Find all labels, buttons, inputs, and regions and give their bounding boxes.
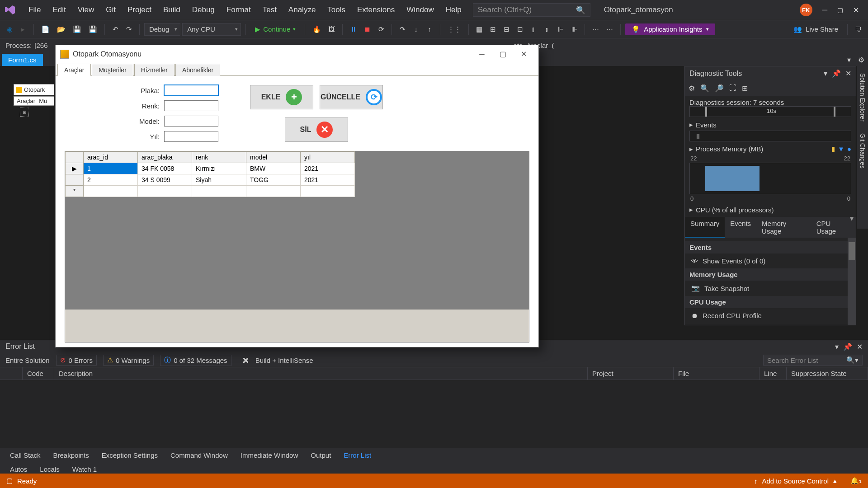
nav-back-icon[interactable]: ◉ xyxy=(4,23,15,36)
pause-icon[interactable]: ⏸ xyxy=(347,23,359,36)
app-titlebar[interactable]: Otopark Otomasyonu ─ ▢ ✕ xyxy=(56,45,538,63)
col-line[interactable]: Line xyxy=(760,367,787,380)
diag-filter-icon[interactable]: ⊞ xyxy=(742,84,748,93)
warnings-filter[interactable]: ⚠0 Warnings xyxy=(103,355,154,366)
menu-debug[interactable]: Debug xyxy=(186,5,221,14)
btab-exception[interactable]: Exception Settings xyxy=(96,450,163,460)
btab-immediate[interactable]: Immediate Window xyxy=(235,450,304,460)
grid-icon[interactable]: ▦ xyxy=(473,23,485,36)
solution-explorer-tab[interactable]: Solution Explorer xyxy=(858,70,867,124)
app-maximize-icon[interactable]: ▢ xyxy=(492,47,513,61)
btab-callstack[interactable]: Call Stack xyxy=(5,450,46,460)
feedback-icon[interactable]: 🗨 xyxy=(852,23,864,36)
doc-tab-form1[interactable]: Form1.cs xyxy=(2,54,43,66)
diag-reset-icon[interactable]: ⛶ xyxy=(729,84,736,92)
continue-button[interactable]: ▶ Continue ▾ xyxy=(250,25,300,33)
stop-icon[interactable]: ⏹ xyxy=(361,23,373,36)
btab-autos[interactable]: Autos xyxy=(5,464,33,474)
tab-hizmetler[interactable]: Hizmetler xyxy=(134,64,175,76)
col-file[interactable]: File xyxy=(674,367,760,380)
menu-edit[interactable]: Edit xyxy=(47,5,71,14)
row-selector-icon[interactable]: ▶ xyxy=(66,163,84,174)
guncelle-button[interactable]: GÜNCELLE ⟳ xyxy=(320,85,383,109)
diag-close-icon[interactable]: ✕ xyxy=(845,69,851,78)
menu-analyze[interactable]: Analyze xyxy=(283,5,321,14)
step-into-icon[interactable]: ↓ xyxy=(410,23,422,36)
align2-icon[interactable]: ⊞ xyxy=(487,23,499,36)
tab-order-icon[interactable]: ⋯ xyxy=(590,23,602,36)
menu-git[interactable]: Git xyxy=(100,5,122,14)
quick-search[interactable]: Search (Ctrl+Q) 🔍 xyxy=(473,3,590,17)
take-snapshot-link[interactable]: 📷Take Snapshot xyxy=(689,282,851,295)
menu-tools[interactable]: Tools xyxy=(321,5,351,14)
browser-icon[interactable]: 🖼 xyxy=(326,23,338,36)
col-blank[interactable] xyxy=(0,367,23,380)
chevron-down-icon[interactable]: ▸ xyxy=(689,145,693,153)
config-combo[interactable]: Debug xyxy=(144,23,180,36)
menu-build[interactable]: Build xyxy=(157,5,186,14)
col-model[interactable]: model xyxy=(246,152,301,163)
errlist-close-icon[interactable]: ✕ xyxy=(857,343,863,351)
app-minimize-icon[interactable]: ─ xyxy=(472,47,492,61)
platform-combo[interactable]: Any CPU xyxy=(182,23,241,36)
plaka-input[interactable] xyxy=(164,85,218,96)
user-avatar[interactable]: FK xyxy=(800,4,812,16)
diag-scrollbar[interactable] xyxy=(848,238,856,325)
menu-test[interactable]: Test xyxy=(257,5,283,14)
git-changes-tab[interactable]: Git Changes xyxy=(858,131,867,171)
more-icon[interactable]: ⋯ xyxy=(604,23,616,36)
errlist-pin-icon[interactable]: 📌 xyxy=(843,343,852,351)
new-row[interactable]: * xyxy=(66,186,355,197)
btab-breakpoints[interactable]: Breakpoints xyxy=(48,450,94,460)
errlist-dropdown-icon[interactable]: ▾ xyxy=(835,343,839,351)
diag-gear-icon[interactable]: ⚙ xyxy=(689,84,695,93)
app-insights-button[interactable]: 💡 Application Insights ▾ xyxy=(625,23,715,35)
tab-musteriler[interactable]: Müşteriler xyxy=(92,64,133,76)
col-project[interactable]: Project xyxy=(588,367,674,380)
align8-icon[interactable]: ⊪ xyxy=(568,23,580,36)
align3-icon[interactable]: ⊟ xyxy=(500,23,512,36)
scroll-down-icon[interactable]: ▾ xyxy=(848,214,856,222)
sil-button[interactable]: SİL ✕ xyxy=(285,117,348,142)
align4-icon[interactable]: ⊡ xyxy=(514,23,526,36)
diag-zoom-in-icon[interactable]: 🔍 xyxy=(700,84,709,93)
diag-tab-events[interactable]: Events xyxy=(725,217,756,238)
renk-input[interactable] xyxy=(164,100,218,111)
col-yil[interactable]: yıl xyxy=(301,152,355,163)
menu-window[interactable]: Window xyxy=(401,5,439,14)
align5-icon[interactable]: ⫿ xyxy=(528,23,539,36)
chevron-down-icon[interactable]: ▸ xyxy=(689,121,693,129)
tab-abonelikler[interactable]: Abonelikler xyxy=(175,64,220,76)
col-renk[interactable]: renk xyxy=(192,152,246,163)
record-cpu-link[interactable]: ⏺Record CPU Profile xyxy=(689,309,851,322)
menu-help[interactable]: Help xyxy=(440,5,467,14)
col-desc[interactable]: Description xyxy=(54,367,588,380)
diag-zoom-out-icon[interactable]: 🔎 xyxy=(715,84,724,93)
align-icon[interactable]: ⋮⋮ xyxy=(445,23,464,36)
step-over-icon[interactable]: ↷ xyxy=(396,23,408,36)
clear-icon[interactable]: 🗙 xyxy=(242,357,249,364)
chevron-down-icon[interactable]: ▸ xyxy=(689,206,693,214)
notifications-icon[interactable]: 🔔₁ xyxy=(850,477,862,485)
menu-project[interactable]: Project xyxy=(122,5,157,14)
btab-output[interactable]: Output xyxy=(305,450,336,460)
save-icon[interactable]: 💾 xyxy=(70,23,84,36)
undo-icon[interactable]: ↶ xyxy=(109,23,121,36)
errors-filter[interactable]: ⊘0 Errors xyxy=(56,355,97,366)
redo-icon[interactable]: ↷ xyxy=(123,23,135,36)
window-close-icon[interactable]: ✕ xyxy=(853,6,859,14)
new-project-icon[interactable]: 📄 xyxy=(38,23,52,36)
data-grid[interactable]: arac_id arac_plaka renk model yıl ▶ 1 34… xyxy=(65,151,529,343)
tabs-dropdown-icon[interactable]: ▾ xyxy=(844,54,854,66)
restart-icon[interactable]: ⟳ xyxy=(375,23,387,36)
model-input[interactable] xyxy=(164,116,218,127)
menu-format[interactable]: Format xyxy=(221,5,257,14)
tabs-gear-icon[interactable]: ⚙ xyxy=(854,54,868,66)
btab-locals[interactable]: Locals xyxy=(34,464,65,474)
table-row[interactable]: ▶ 1 34 FK 0058 Kırmızı BMW 2021 xyxy=(66,163,355,174)
btab-command[interactable]: Command Window xyxy=(165,450,233,460)
app-close-icon[interactable]: ✕ xyxy=(513,47,534,61)
menu-file[interactable]: File xyxy=(23,5,47,14)
ekle-button[interactable]: EKLE + xyxy=(250,85,313,109)
menu-extensions[interactable]: Extensions xyxy=(351,5,401,14)
